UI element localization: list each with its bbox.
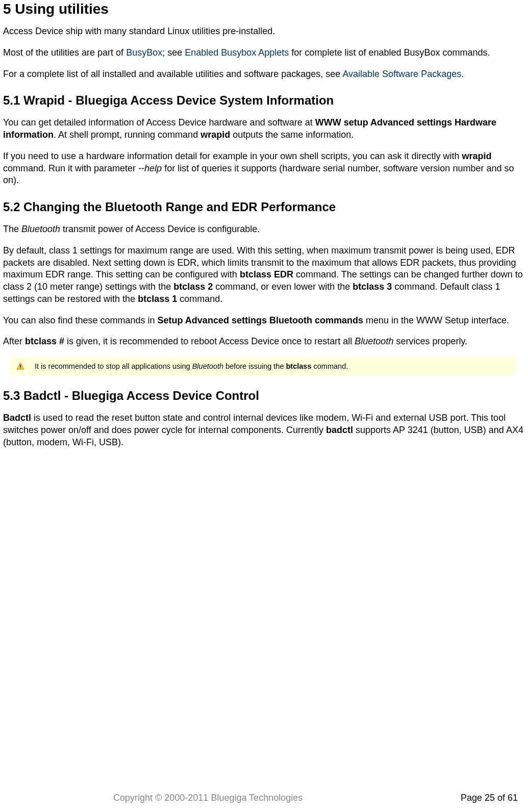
bold-text: btclass [286,362,312,370]
text: outputs the same information. [230,130,354,140]
heading-5-3: 5.3 Badctl - Bluegiga Access Device Cont… [3,389,525,403]
bold-text: badctl [326,425,353,435]
bold-text: btclass 2 [173,282,213,292]
paragraph: By default, class 1 settings for maximum… [3,245,525,306]
text: After [3,336,25,346]
text: . At shell prompt, running command [54,130,200,140]
link-enabled-busybox-applets[interactable]: Enabled Busybox Applets [185,47,289,58]
text: If you need to use a hardware informatio… [3,151,462,161]
bold-text: wrapid [462,151,491,161]
text: . [461,69,464,79]
text: services properly. [393,336,467,346]
paragraph: You can get detailed information of Acce… [3,117,525,141]
italic-text: Bluetooth [355,336,393,346]
italic-text: --help [138,163,162,173]
bold-text: wrapid [200,130,230,140]
footer-copyright: Copyright © 2000-2011 Bluegiga Technolog… [113,793,303,803]
text: for complete list of enabled BusyBox com… [289,47,490,58]
paragraph: For a complete list of all installed and… [3,68,525,81]
text: command, or even lower with the [213,282,353,292]
text: command. Run it with parameter [3,163,138,173]
paragraph: Most of the utilities are part of BusyBo… [3,47,525,59]
heading-5-2: 5.2 Changing the Bluetooth Range and EDR… [3,200,525,214]
paragraph: Badctl is used to read the reset button … [3,412,525,448]
paragraph: The Bluetooth transmit power of Access D… [3,223,525,236]
note-box: It is recommended to stop all applicatio… [10,357,515,375]
paragraph: After btclass # is given, it is recommen… [3,336,525,348]
bold-text: btclass 1 [138,294,177,304]
text: command. [177,294,222,304]
text: You can also find these commands in [3,315,158,325]
text: The [3,224,21,234]
heading-5-1: 5.1 Wrapid - Bluegiga Access Device Syst… [3,93,525,108]
text: You can get detailed information of Acce… [3,117,315,128]
bold-text: Badctl [3,413,31,423]
document-page: 5 Using utilities Access Device ship wit… [0,0,528,812]
text: It is recommended to stop all applicatio… [35,362,192,370]
bold-text: btclass # [25,336,64,346]
paragraph: If you need to use a hardware informatio… [3,150,525,187]
link-busybox[interactable]: BusyBox [126,47,162,58]
svg-rect-2 [20,368,21,369]
text: For a complete list of all installed and… [3,69,342,79]
bold-text: Setup Advanced settings Bluetooth comman… [158,315,363,325]
italic-text: Bluetooth [21,224,60,234]
warning-icon [16,362,24,370]
paragraph: You can also find these commands in Setu… [3,315,525,327]
note-text: It is recommended to stop all applicatio… [35,362,348,370]
text: is given, it is recommended to reboot Ac… [64,336,355,346]
heading-5: 5 Using utilities [3,1,525,17]
text: ; see [162,47,185,58]
footer-page-number: Page 25 of 61 [461,793,518,803]
text: before issuing the [223,362,286,370]
text: menu in the WWW Setup interface. [363,315,509,325]
bold-text: btclass 3 [353,282,392,292]
text: command. [312,362,348,370]
paragraph: Access Device ship with many standard Li… [3,26,525,38]
link-available-software-packages[interactable]: Available Software Packages [342,69,461,79]
bold-text: btclass EDR [240,269,293,280]
text: transmit power of Access Device is confi… [60,224,260,234]
text: Most of the utilities are part of [3,47,126,58]
italic-text: Bluetooth [192,362,223,370]
svg-rect-1 [20,365,21,367]
